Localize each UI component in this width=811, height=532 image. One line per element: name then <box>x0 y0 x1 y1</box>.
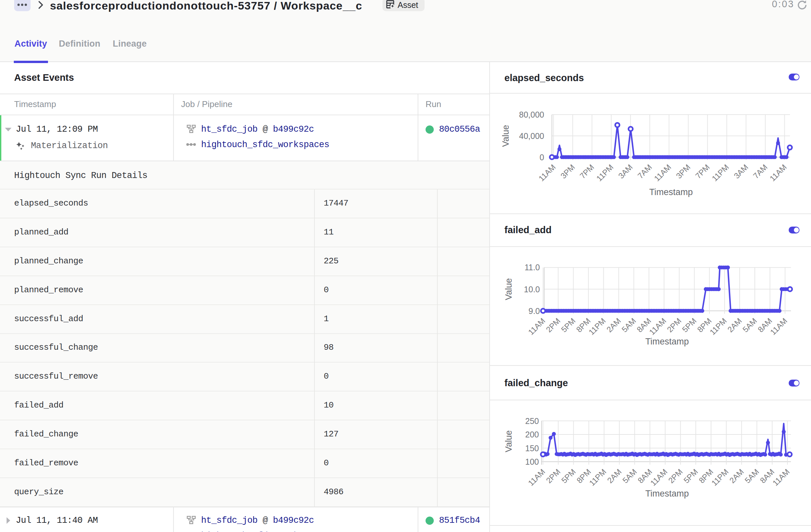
svg-text:40,000: 40,000 <box>519 131 544 141</box>
svg-text:11PM: 11PM <box>594 162 615 183</box>
svg-text:5AM: 5AM <box>743 467 761 485</box>
svg-text:Timestamp: Timestamp <box>645 489 689 499</box>
svg-text:5AM: 5AM <box>621 467 639 485</box>
svg-text:Value: Value <box>501 125 511 147</box>
svg-text:11PM: 11PM <box>710 162 731 183</box>
svg-text:11AM: 11AM <box>649 467 669 487</box>
svg-text:Value: Value <box>504 278 514 300</box>
svg-text:11AM: 11AM <box>768 316 789 337</box>
svg-text:2AM: 2AM <box>605 467 623 485</box>
svg-text:7PM: 7PM <box>694 162 711 180</box>
svg-text:250: 250 <box>525 417 539 426</box>
svg-text:3PM: 3PM <box>674 162 692 180</box>
svg-text:11AM: 11AM <box>652 162 673 183</box>
svg-text:11PM: 11PM <box>710 467 730 487</box>
svg-text:11AM: 11AM <box>647 316 668 337</box>
svg-text:5AM: 5AM <box>620 316 638 334</box>
svg-text:150: 150 <box>525 444 539 453</box>
svg-text:11AM: 11AM <box>526 467 547 487</box>
svg-text:Timestamp: Timestamp <box>645 337 689 346</box>
svg-text:100: 100 <box>525 457 539 466</box>
svg-text:11AM: 11AM <box>768 162 788 183</box>
svg-text:0: 0 <box>539 153 544 162</box>
svg-text:7AM: 7AM <box>636 162 654 180</box>
svg-text:11AM: 11AM <box>526 316 547 337</box>
svg-text:200: 200 <box>525 430 539 439</box>
svg-text:2PM: 2PM <box>665 316 683 334</box>
svg-text:2PM: 2PM <box>667 467 684 485</box>
svg-text:11AM: 11AM <box>537 162 557 183</box>
svg-text:3AM: 3AM <box>732 162 750 180</box>
svg-text:7AM: 7AM <box>751 162 769 180</box>
svg-text:2PM: 2PM <box>544 316 562 334</box>
svg-text:11PM: 11PM <box>587 316 607 337</box>
svg-text:3AM: 3AM <box>616 162 634 180</box>
svg-text:5PM: 5PM <box>680 316 698 334</box>
svg-text:2AM: 2AM <box>728 467 745 485</box>
svg-text:11PM: 11PM <box>587 467 608 487</box>
svg-text:7PM: 7PM <box>578 162 596 180</box>
svg-text:80,000: 80,000 <box>519 110 544 119</box>
svg-text:5PM: 5PM <box>560 467 577 485</box>
svg-text:2AM: 2AM <box>605 316 622 334</box>
svg-text:Value: Value <box>504 430 514 452</box>
svg-text:2PM: 2PM <box>544 467 562 485</box>
svg-text:11PM: 11PM <box>708 316 728 337</box>
svg-text:3PM: 3PM <box>558 162 576 180</box>
svg-text:11AM: 11AM <box>771 467 791 487</box>
svg-text:10.0: 10.0 <box>524 285 540 294</box>
svg-text:11.0: 11.0 <box>524 263 540 272</box>
svg-text:2AM: 2AM <box>726 316 744 334</box>
svg-text:9.0: 9.0 <box>529 307 540 316</box>
svg-text:5PM: 5PM <box>682 467 700 485</box>
svg-text:Timestamp: Timestamp <box>649 187 693 197</box>
svg-text:5PM: 5PM <box>559 316 577 334</box>
svg-text:5AM: 5AM <box>741 316 759 334</box>
